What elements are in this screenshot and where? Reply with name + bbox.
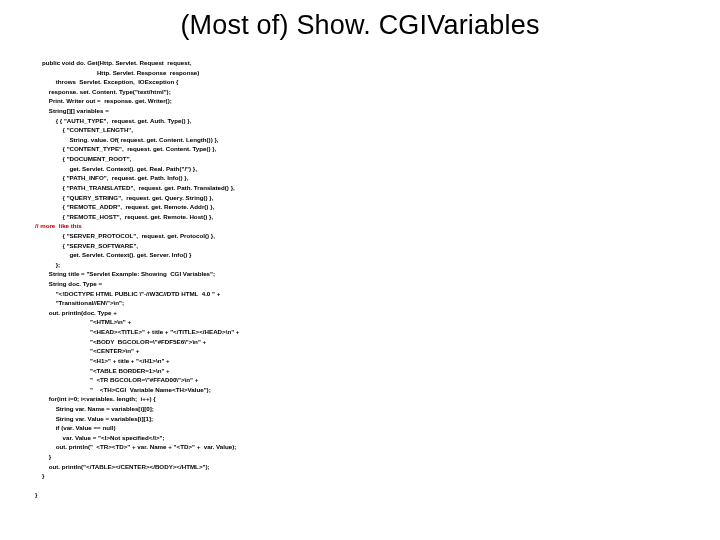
code-line: { "PATH_TRANSLATED", request. get. Path.… <box>35 184 235 191</box>
code-line: Http. Servlet. Response response) <box>35 69 199 76</box>
code-line: out. println(" <TR><TD>" + var. Name + "… <box>35 443 236 450</box>
code-line: " <TH>CGI Variable Name<TH>Value"); <box>35 386 211 393</box>
code-line: // more like this <box>35 222 82 229</box>
slide: (Most of) Show. CGIVariables public void… <box>0 0 720 540</box>
code-line: "<HTML>\n" + <box>35 318 131 325</box>
code-line: out. println(doc. Type + <box>35 309 117 316</box>
code-line: } <box>35 472 44 479</box>
code-line: public void do. Get(Http. Servlet. Reque… <box>35 59 191 66</box>
code-line: String var. Value = variables[i][1]; <box>35 415 153 422</box>
code-line: } <box>35 453 51 460</box>
code-line: { "PATH_INFO", request. get. Path. Info(… <box>35 174 188 181</box>
code-line: { "QUERY_STRING", request. get. Query. S… <box>35 194 213 201</box>
code-line: get. Servlet. Context(). get. Real. Path… <box>35 165 197 172</box>
code-line: String var. Name = variables[i][0]; <box>35 405 154 412</box>
code-line: { "CONTENT_LENGTH", <box>35 126 133 133</box>
code-line: { "REMOTE_HOST", request. get. Remote. H… <box>35 213 213 220</box>
code-line: "<HEAD><TITLE>" + title + "</TITLE></HEA… <box>35 328 239 335</box>
code-line: get. Servlet. Context(). get. Server. In… <box>35 251 191 258</box>
code-line: } <box>35 491 37 498</box>
code-line: " <TR BGCOLOR=\"#FFAD00\">\n" + <box>35 376 198 383</box>
code-line: for(int i=0; i<variables. length; i++) { <box>35 395 156 402</box>
code-line: "<H1>" + title + "</H1>\n" + <box>35 357 170 364</box>
code-line: "<BODY BGCOLOR=\"#FDF5E6\">\n" + <box>35 338 206 345</box>
code-line: if (var. Value == null) <box>35 424 115 431</box>
code-line: String title = "Servlet Example: Showing… <box>35 270 215 277</box>
code-line: out. println("</TABLE></CENTER></BODY></… <box>35 463 210 470</box>
code-block: public void do. Get(Http. Servlet. Reque… <box>35 58 705 500</box>
slide-title: (Most of) Show. CGIVariables <box>0 10 720 41</box>
code-line: response. set. Content. Type("text/html"… <box>35 88 171 95</box>
code-line: String. value. Of( request. get. Content… <box>35 136 219 143</box>
code-line: { "DOCUMENT_ROOT", <box>35 155 131 162</box>
code-line: var. Value = "<I>Not specified</I>"; <box>35 434 165 441</box>
code-line: "<!DOCTYPE HTML PUBLIC \"-//W3C//DTD HTM… <box>35 290 220 297</box>
code-line: "<TABLE BORDER=1>\n" + <box>35 367 170 374</box>
code-line: String[][] variables = <box>35 107 109 114</box>
code-line: throws Servlet. Exception, IOException { <box>35 78 178 85</box>
code-line: { "CONTENT_TYPE", request. get. Content.… <box>35 145 216 152</box>
code-line: { "REMOTE_ADDR", request. get. Remote. A… <box>35 203 214 210</box>
code-line: "Transitional//EN\">\n"; <box>35 299 124 306</box>
code-line: { "SERVER_SOFTWARE", <box>35 242 138 249</box>
code-line: { { "AUTH_TYPE", request. get. Auth. Typ… <box>35 117 191 124</box>
code-line: String doc. Type = <box>35 280 102 287</box>
code-line: "<CENTER>\n" + <box>35 347 139 354</box>
code-line: Print. Writer out = response. get. Write… <box>35 97 172 104</box>
code-line: { "SERVER_PROTOCOL", request. get. Proto… <box>35 232 215 239</box>
code-line: }; <box>35 261 60 268</box>
